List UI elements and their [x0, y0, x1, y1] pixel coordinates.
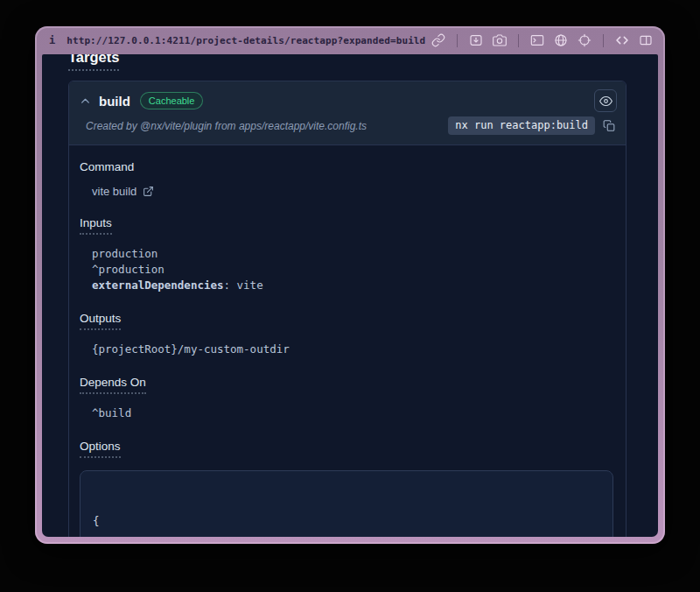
page-viewport: Targets build Cacheable C: [42, 54, 658, 537]
build-header-row[interactable]: build Cacheable: [69, 81, 626, 116]
globe-icon[interactable]: [554, 33, 568, 47]
build-card-header: build Cacheable Created by @nx/vite/plug…: [69, 81, 626, 144]
toolbar-separator: [457, 34, 458, 47]
link-icon[interactable]: [431, 33, 445, 47]
external-link-icon[interactable]: [143, 186, 154, 197]
command-label: Command: [80, 160, 134, 173]
input-key-value: : vite: [224, 278, 263, 292]
copy-icon[interactable]: [603, 119, 615, 132]
outputs-label[interactable]: Outputs: [80, 312, 121, 330]
view-in-graph-button[interactable]: [594, 89, 617, 112]
browser-window: i http://127.0.0.1:4211/project-details/…: [35, 26, 665, 544]
build-header-subrow: Created by @nx/vite/plugin from apps/rea…: [69, 116, 626, 144]
camera-icon[interactable]: [493, 33, 507, 47]
project-details-page: Targets build Cacheable C: [42, 54, 658, 537]
target-icon[interactable]: [578, 33, 592, 47]
terminal-icon[interactable]: [530, 33, 544, 47]
info-icon: i: [49, 34, 55, 46]
input-key: externalDependencies: [92, 278, 224, 292]
command-value: vite build: [92, 185, 626, 198]
eye-icon: [599, 95, 612, 108]
inputs-label[interactable]: Inputs: [80, 216, 112, 235]
targets-heading: Targets: [68, 54, 119, 71]
split-panel-icon[interactable]: [639, 33, 653, 47]
target-name: build: [99, 94, 130, 109]
depends-on-item: ^build: [92, 405, 626, 421]
build-card-body: Command vite build Inputs production ^pr…: [69, 144, 626, 537]
inputs-section: Inputs production ^production externalDe…: [69, 216, 626, 293]
depends-on-section: Depends On ^build: [69, 376, 626, 421]
created-by-text: Created by @nx/vite/plugin from apps/rea…: [86, 120, 367, 132]
options-label[interactable]: Options: [80, 440, 121, 458]
toolbar-separator: [518, 34, 519, 47]
code-icon[interactable]: [615, 33, 629, 47]
depends-on-label[interactable]: Depends On: [80, 376, 146, 394]
json-line-open: {: [93, 513, 600, 529]
toolbar-separator: [603, 34, 604, 47]
command-text: vite build: [92, 185, 136, 198]
input-item: ^production: [92, 262, 626, 278]
options-section: Options { "cwd": "apps/reactapp" }: [69, 440, 626, 537]
input-item: production: [92, 246, 626, 262]
screencast-icon[interactable]: [469, 33, 483, 47]
browser-titlebar: i http://127.0.0.1:4211/project-details/…: [35, 26, 665, 54]
outputs-section: Outputs {projectRoot}/my-custom-outdir: [69, 312, 626, 357]
chevron-up-icon[interactable]: [80, 95, 91, 107]
options-json-block: { "cwd": "apps/reactapp" }: [80, 470, 613, 537]
titlebar-toolbar: [431, 33, 653, 47]
run-command-chip: nx run reactapp:build: [448, 116, 595, 135]
target-card-build: build Cacheable Created by @nx/vite/plug…: [68, 81, 626, 537]
cacheable-badge: Cacheable: [140, 92, 204, 109]
url-bar[interactable]: http://127.0.0.1:4211/project-details/re…: [66, 35, 425, 46]
output-item: {projectRoot}/my-custom-outdir: [92, 342, 626, 357]
command-section: Command vite build: [69, 160, 626, 198]
input-item-keyed: externalDependencies: vite: [92, 278, 626, 293]
